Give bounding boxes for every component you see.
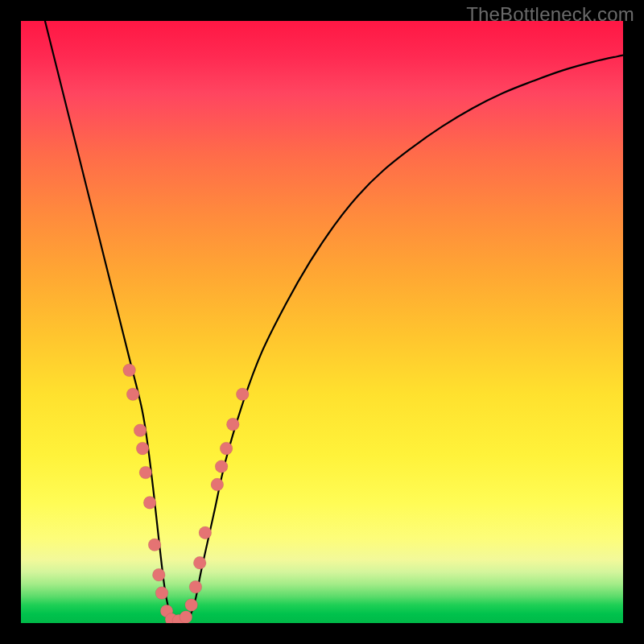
- bottleneck-curve: [45, 21, 623, 623]
- chart-plot-area: [21, 21, 623, 623]
- curve-marker: [199, 526, 212, 539]
- curve-marker: [136, 442, 149, 455]
- curve-marker: [148, 539, 161, 551]
- curve-marker: [134, 424, 147, 437]
- curve-marker: [193, 556, 206, 569]
- chart-svg: [21, 21, 623, 623]
- curve-marker: [139, 466, 152, 479]
- curve-marker: [226, 418, 239, 431]
- curve-marker: [126, 388, 139, 401]
- curve-marker: [155, 587, 168, 600]
- curve-marker: [185, 599, 198, 612]
- curve-marker: [215, 460, 228, 473]
- curve-marker: [220, 442, 233, 455]
- marker-group: [123, 364, 249, 623]
- curve-marker: [143, 497, 156, 510]
- curve-marker: [211, 478, 224, 491]
- curve-marker: [189, 580, 202, 593]
- curve-marker: [236, 388, 249, 401]
- curve-marker: [123, 364, 136, 377]
- curve-marker: [152, 568, 165, 581]
- curve-marker: [180, 611, 192, 623]
- watermark-text: TheBottleneck.com: [466, 3, 634, 26]
